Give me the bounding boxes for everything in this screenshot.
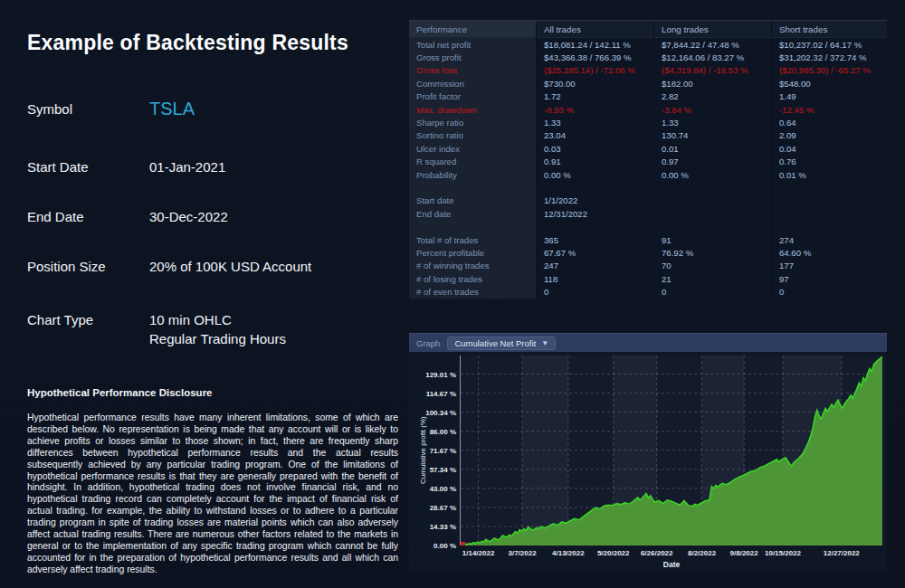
- field-label-start-date: Start Date: [27, 159, 149, 175]
- y-axis-tick-label: 71.67 %: [402, 447, 456, 455]
- row-label: Percent profitable: [416, 248, 484, 258]
- cell-value: 0: [779, 287, 784, 297]
- value-cell: ($25,285.14) / -72.06 %: [536, 64, 653, 77]
- row-label: Max. drawdown: [416, 105, 477, 115]
- value-cell: -12.45 %: [771, 103, 887, 116]
- cell-value: 0.64: [779, 118, 796, 128]
- graph-panel: Graph Cumulative Net Profit ▼ Cumulative…: [409, 333, 887, 570]
- cell-value: 97: [779, 274, 789, 284]
- field-symbol: Symbol TSLA: [27, 101, 389, 119]
- row-label: End date: [416, 209, 451, 219]
- row-label-cell: Sharpe ratio: [409, 116, 536, 128]
- value-cell: 2.09: [771, 129, 887, 142]
- y-axis-tick-label: 43.00 %: [402, 485, 456, 493]
- field-value-position-size: 20% of 100K USD Account: [149, 259, 311, 274]
- y-axis-tick-label: 100.34 %: [402, 409, 456, 417]
- value-cell: $31,202.32 / 372.74 %: [771, 51, 887, 63]
- value-cell: 0.01 %: [771, 168, 887, 181]
- cell-value: 0.01 %: [779, 170, 806, 180]
- value-cell: 0.64: [771, 116, 887, 128]
- value-cell: ($20,965.30) / -65.27 %: [771, 64, 887, 77]
- row-label: # of even trades: [416, 287, 479, 297]
- field-value-chart-type: 10 min OHLCRegular Trading Hours: [149, 312, 286, 346]
- value-cell: $18,081.24 / 142.11 %: [536, 38, 653, 51]
- value-cell: [653, 194, 771, 207]
- cell-value: $7,844.22 / 47.48 %: [662, 40, 739, 50]
- field-label-symbol: Symbol: [27, 101, 149, 119]
- row-label-cell: Commission: [409, 77, 536, 90]
- row-label: Gross loss: [416, 65, 457, 75]
- y-axis-tick-label: 86.00 %: [402, 428, 456, 436]
- row-label: Probability: [416, 170, 457, 180]
- x-axis-title: Date: [461, 560, 882, 569]
- x-axis-tick-label: 12/27/2022: [824, 549, 860, 557]
- cell-value: 1.33: [544, 118, 561, 128]
- row-label: Sharpe ratio: [416, 118, 463, 128]
- y-axis-tick-label: 28.67 %: [402, 504, 456, 512]
- table-row: Ulcer index0.030.010.04: [409, 142, 887, 155]
- x-axis-tick-label: 5/20/2022: [597, 549, 630, 557]
- field-label-position-size: Position Size: [27, 259, 149, 274]
- table-row: Total net profit$18,081.24 / 142.11 %$7,…: [409, 38, 887, 51]
- cell-value: 0: [662, 287, 666, 297]
- value-cell: 0.91: [536, 156, 653, 168]
- value-cell: 365: [536, 233, 653, 246]
- row-label-cell: # of losing trades: [409, 272, 536, 285]
- table-row: Start date1/1/2022: [409, 194, 887, 207]
- value-cell: 1.33: [536, 116, 653, 128]
- cell-value: $43,366.38 / 766.39 %: [544, 52, 632, 62]
- cell-value: 91: [662, 235, 672, 245]
- value-cell: [653, 207, 771, 220]
- value-cell: 12/31/2022: [536, 207, 653, 220]
- value-cell: $730.00: [536, 77, 653, 90]
- x-axis-tick-label: 4/13/2022: [552, 549, 585, 557]
- x-axis-tick-label: 3/7/2022: [508, 549, 536, 557]
- chart-type-line2: Regular Trading Hours: [149, 331, 286, 346]
- value-cell: 0.04: [771, 142, 887, 155]
- row-label-cell: # of even trades: [409, 285, 536, 298]
- value-cell: 0: [653, 285, 771, 298]
- cell-value: 2.09: [779, 130, 796, 140]
- graph-type-dropdown[interactable]: Cumulative Net Profit ▼: [447, 337, 556, 350]
- table-row: Percent profitable67.67 %76.92 %64.60 %: [409, 246, 887, 259]
- row-label-cell: Gross profit: [409, 51, 536, 63]
- value-cell: $12,164.06 / 83.27 %: [653, 51, 771, 63]
- spacer-cell: [653, 220, 771, 232]
- cell-value: 130.74: [662, 130, 688, 140]
- table-row: Max. drawdown-8.93 %-3.84 %-12.45 %: [409, 103, 887, 116]
- value-cell: 97: [771, 272, 887, 285]
- value-cell: 0.76: [771, 156, 887, 168]
- value-cell: 1.72: [536, 90, 653, 103]
- cell-value: $182.00: [662, 79, 693, 89]
- value-cell: 0: [536, 285, 653, 298]
- row-label-cell: Sortino ratio: [409, 129, 536, 142]
- spacer-cell: [536, 220, 653, 232]
- graph-toolbar: Graph Cumulative Net Profit ▼: [409, 334, 887, 352]
- y-axis-tick-label: 114.67 %: [402, 390, 456, 398]
- value-cell: 130.74: [653, 129, 771, 142]
- row-label-cell: Max. drawdown: [409, 103, 536, 116]
- row-label-cell: Start date: [409, 194, 536, 207]
- row-label: Gross profit: [416, 52, 462, 62]
- field-label-end-date: End Date: [27, 209, 149, 224]
- page-title: Example of Backtesting Results: [27, 31, 348, 55]
- cell-value: $31,202.32 / 372.74 %: [779, 52, 867, 62]
- column-header: Short trades: [771, 21, 887, 37]
- cell-value: $548.00: [779, 79, 811, 89]
- row-label: R squared: [416, 156, 456, 166]
- cell-value: -12.45 %: [779, 105, 814, 115]
- value-cell: 1.33: [653, 116, 771, 128]
- cell-value: 2.82: [662, 91, 679, 101]
- value-cell: $7,844.22 / 47.48 %: [653, 38, 771, 51]
- cumulative-profit-chart: Cumulative profit (%) Date 129.01 %114.6…: [460, 356, 881, 545]
- value-cell: $182.00: [653, 77, 771, 90]
- table-row: # of winning trades24770177: [409, 260, 887, 272]
- column-header-label: All trades: [544, 24, 581, 34]
- cell-value: 70: [662, 261, 672, 270]
- graph-toolbar-label: Graph: [416, 338, 440, 348]
- cell-value: 0.01: [662, 144, 679, 154]
- row-label: # of losing trades: [416, 274, 482, 284]
- value-cell: 21: [653, 272, 771, 285]
- row-label-cell: Percent profitable: [409, 246, 536, 259]
- cell-value: 247: [544, 261, 558, 270]
